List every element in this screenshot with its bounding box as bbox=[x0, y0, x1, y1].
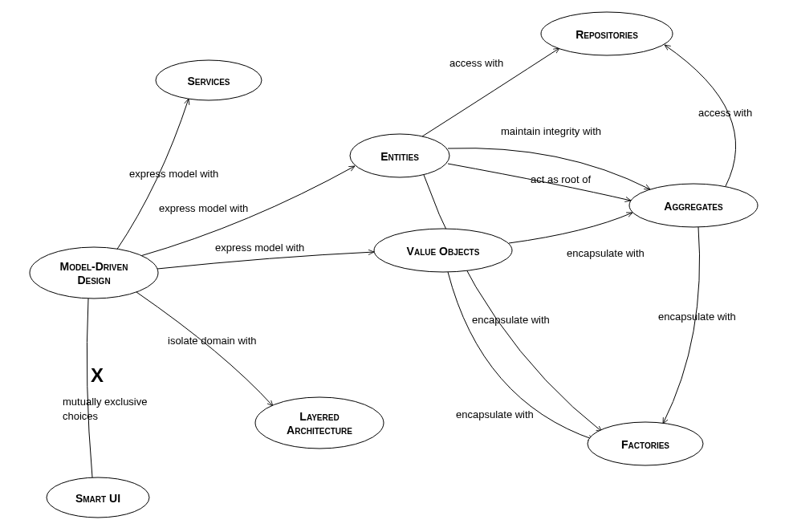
node-label-repositories: Repositories bbox=[576, 28, 638, 41]
node-repositories: Repositories bbox=[541, 12, 673, 55]
node-layered-architecture: Layered Architecture bbox=[255, 397, 384, 449]
node-value-objects: Value Objects bbox=[374, 229, 512, 272]
node-entities: Entities bbox=[350, 134, 449, 177]
node-smart-ui: Smart UI bbox=[47, 477, 149, 518]
edge-label-mdd-smartui-1: mutually exclusive bbox=[63, 396, 148, 408]
edge-label-mdd-smartui-2: choices bbox=[63, 410, 99, 422]
node-label-layered-2: Architecture bbox=[287, 424, 352, 437]
edge-label-valueobjects-aggregates: encapsulate with bbox=[567, 247, 645, 259]
edge-label-mdd-layered: isolate domain with bbox=[168, 335, 257, 347]
node-label-entities: Entities bbox=[380, 150, 419, 163]
edge-entities-factories bbox=[424, 175, 602, 432]
edge-label-mdd-valueobjects: express model with bbox=[215, 242, 304, 254]
edge-label-mdd-entities: express model with bbox=[159, 202, 248, 214]
edge-mdd-valueobjects bbox=[157, 252, 374, 269]
edge-mdd-layered bbox=[136, 292, 273, 406]
x-mark: X bbox=[91, 364, 104, 386]
node-label-mdd-2: Design bbox=[77, 274, 110, 286]
node-model-driven-design: Model-Driven Design bbox=[30, 247, 158, 298]
edge-label-entities-aggregates-integrity: maintain integrity with bbox=[501, 125, 601, 137]
edge-label-entities-repositories: access with bbox=[449, 57, 503, 69]
node-label-layered-1: Layered bbox=[299, 410, 339, 423]
node-factories: Factories bbox=[588, 422, 703, 465]
edge-aggregates-factories bbox=[663, 227, 700, 424]
edge-label-aggregates-repositories: access with bbox=[698, 107, 752, 119]
edge-valueobjects-aggregates bbox=[509, 213, 632, 243]
edge-label-entities-aggregates-root: act as root of bbox=[531, 173, 592, 185]
node-label-value-objects: Value Objects bbox=[407, 245, 480, 258]
node-label-factories: Factories bbox=[621, 438, 669, 451]
node-label-mdd-1: Model-Driven bbox=[60, 260, 128, 273]
edge-label-valueobjects-factories: encapsulate with bbox=[456, 408, 534, 420]
node-aggregates: Aggregates bbox=[629, 184, 758, 227]
edge-mdd-smartui bbox=[87, 298, 92, 477]
node-label-smart-ui: Smart UI bbox=[75, 492, 120, 505]
edge-label-aggregates-factories: encapsulate with bbox=[658, 311, 736, 323]
node-services: Services bbox=[156, 60, 262, 100]
node-label-services: Services bbox=[187, 75, 230, 87]
node-label-aggregates: Aggregates bbox=[664, 200, 723, 213]
edge-label-entities-factories: encapsulate with bbox=[472, 314, 550, 326]
edge-label-mdd-services: express model with bbox=[129, 168, 218, 180]
